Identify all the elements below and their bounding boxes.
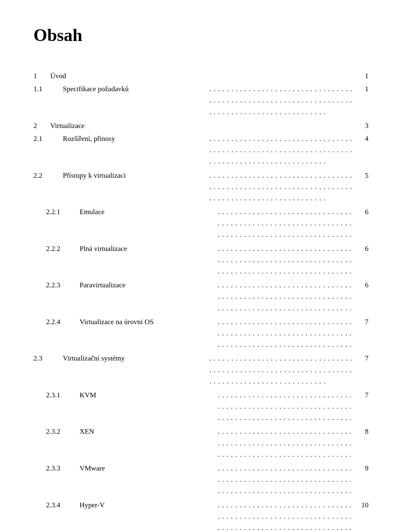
- toc-dots: [209, 133, 354, 168]
- toc-label: XEN: [80, 426, 216, 437]
- toc-label: Specifikace požadavků: [63, 83, 208, 95]
- toc-page: 7: [356, 316, 368, 327]
- toc-dots: [218, 316, 354, 351]
- toc-dots: [203, 77, 354, 78]
- toc-number: 2.2: [34, 170, 63, 181]
- toc-dots: [218, 206, 354, 241]
- toc-page: 9: [356, 463, 368, 474]
- toc-page: 4: [356, 133, 368, 144]
- toc-label: Virtualizační systémy: [63, 353, 208, 364]
- toc-entry-13: 2.3.4Hyper-V10: [34, 499, 368, 532]
- toc-number: 2.3.3: [46, 463, 80, 474]
- toc-page: 7: [356, 353, 368, 364]
- toc-dots: [218, 389, 354, 425]
- toc-number: 2.2.3: [46, 279, 80, 291]
- toc-number: 2.3.1: [46, 389, 80, 401]
- toc-entry-0: 1Úvod1: [34, 70, 368, 82]
- toc-label: Plná virtualizace: [80, 243, 216, 254]
- page-title: Obsah: [34, 25, 368, 45]
- toc-page: 5: [356, 170, 368, 181]
- toc-page: 7: [356, 389, 368, 401]
- toc-container: 1Úvod11.1Specifikace požadavků12Virtuali…: [34, 70, 368, 532]
- toc-entry-1: 1.1Specifikace požadavků1: [34, 83, 368, 118]
- toc-page: 8: [356, 426, 368, 437]
- toc-number: 1.1: [34, 83, 63, 95]
- toc-entry-12: 2.3.3VMware9: [34, 463, 368, 498]
- toc-number: 2.2.4: [46, 316, 80, 327]
- toc-number: 2.2.1: [46, 206, 80, 217]
- toc-entry-8: 2.2.4Virtualizace na úrovni OS7: [34, 316, 368, 351]
- toc-entry-11: 2.3.2XEN8: [34, 426, 368, 461]
- toc-dots: [218, 243, 354, 278]
- toc-page: 1: [356, 70, 368, 82]
- toc-page: 10: [356, 499, 368, 511]
- toc-label: KVM: [80, 389, 216, 401]
- toc-dots: [218, 426, 354, 461]
- toc-entry-6: 2.2.2Plná virtualizace6: [34, 243, 368, 278]
- toc-entry-4: 2.2Přístupy k virtualizaci5: [34, 170, 368, 205]
- toc-label: VMware: [80, 463, 216, 474]
- toc-entry-3: 2.1Rozšíření, přínosy4: [34, 133, 368, 168]
- toc-number: 1: [34, 70, 50, 82]
- toc-dots: [209, 83, 354, 118]
- toc-dots: [203, 127, 354, 128]
- toc-dots: [209, 353, 354, 388]
- toc-label: Virtualizace: [50, 120, 201, 131]
- toc-entry-5: 2.2.1Emulace6: [34, 206, 368, 241]
- toc-entry-10: 2.3.1KVM7: [34, 389, 368, 425]
- toc-number: 2: [34, 120, 50, 131]
- toc-label: Úvod: [50, 70, 201, 82]
- toc-page: 6: [356, 279, 368, 291]
- toc-dots: [209, 170, 354, 205]
- toc-number: 2.2.2: [46, 243, 80, 254]
- toc-page: 3: [356, 120, 368, 131]
- toc-page: 6: [356, 243, 368, 254]
- toc-dots: [218, 499, 354, 532]
- toc-number: 2.1: [34, 133, 63, 144]
- toc-number: 2.3: [34, 353, 63, 364]
- toc-label: Virtualizace na úrovni OS: [80, 316, 216, 327]
- toc-entry-2: 2Virtualizace3: [34, 120, 368, 131]
- toc-page: 6: [356, 206, 368, 217]
- toc-dots: [218, 463, 354, 498]
- toc-label: Přístupy k virtualizaci: [63, 170, 208, 181]
- toc-number: 2.3.4: [46, 499, 80, 511]
- toc-dots: [218, 279, 354, 315]
- toc-page: 1: [356, 83, 368, 95]
- toc-entry-7: 2.2.3Paravirtualizace6: [34, 279, 368, 315]
- toc-label: Emulace: [80, 206, 216, 217]
- toc-label: Hyper-V: [80, 499, 216, 511]
- toc-entry-9: 2.3Virtualizační systémy7: [34, 353, 368, 388]
- toc-number: 2.3.2: [46, 426, 80, 437]
- toc-label: Paravirtualizace: [80, 279, 216, 291]
- toc-label: Rozšíření, přínosy: [63, 133, 208, 144]
